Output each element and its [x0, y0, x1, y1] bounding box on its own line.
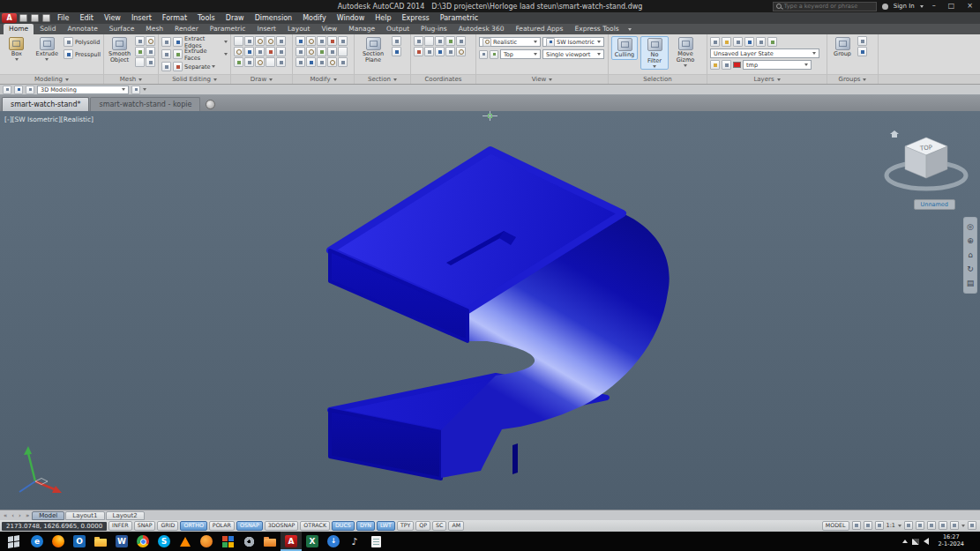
point-icon[interactable]	[266, 47, 275, 56]
generate-section-icon[interactable]	[392, 47, 401, 56]
menu-help[interactable]: Help	[370, 12, 395, 24]
separate-button[interactable]: Separate	[161, 61, 215, 72]
viewport-controls-label[interactable]: [-][SW Isometric][Realistic]	[4, 115, 94, 123]
ucs-previous-icon[interactable]	[456, 47, 466, 56]
file-tab-menu-icon[interactable]	[206, 100, 215, 109]
ucs-z-icon[interactable]	[435, 47, 445, 56]
last-layout-icon[interactable]: »	[24, 512, 31, 519]
taskbar-excel[interactable]: X	[302, 532, 323, 551]
layer-color-swatch[interactable]	[733, 62, 741, 68]
viewcube-top-label[interactable]: TOP	[919, 144, 933, 153]
no-filter-button[interactable]: No Filter	[640, 36, 669, 70]
taskbar-office[interactable]	[217, 532, 238, 551]
layer-isolate-icon[interactable]	[733, 37, 743, 47]
menu-express[interactable]: Express	[398, 12, 434, 24]
taskbar-skype[interactable]: S	[153, 532, 175, 551]
toggle-otrack[interactable]: OTRACK	[300, 521, 330, 530]
spline-icon[interactable]	[255, 47, 265, 56]
ellipse-icon[interactable]	[234, 47, 243, 56]
taskbar-internet-explorer[interactable]: e	[26, 532, 48, 551]
tab-layout2[interactable]: Layout2	[106, 511, 145, 520]
tab-output[interactable]: Output	[381, 24, 415, 34]
network-icon[interactable]	[912, 539, 919, 545]
extract-edges-button[interactable]: Extract Edges	[161, 36, 228, 48]
workspace-save-icon[interactable]	[26, 86, 34, 94]
chevron-down-icon[interactable]	[920, 5, 924, 8]
toggle-qp[interactable]: QP	[415, 521, 430, 530]
steering-wheel-icon[interactable]: ◎	[967, 223, 974, 231]
save-file-icon[interactable]	[42, 14, 50, 22]
workspace-gear-icon[interactable]	[3, 86, 11, 94]
toolbar-lock-icon[interactable]	[927, 521, 936, 530]
chevron-down-icon[interactable]	[898, 525, 901, 527]
taskbar-media-app[interactable]	[196, 532, 217, 551]
rotate-icon[interactable]	[306, 36, 316, 46]
taskbar-downloads-folder[interactable]	[259, 532, 281, 551]
close-button[interactable]: ×	[963, 0, 976, 12]
new-file-icon[interactable]	[19, 14, 27, 22]
stretch-icon[interactable]	[327, 47, 337, 56]
hardware-acceleration-icon[interactable]	[939, 521, 947, 530]
open-file-icon[interactable]	[31, 14, 39, 22]
help-search-box[interactable]	[773, 2, 877, 11]
tab-manage[interactable]: Manage	[343, 24, 380, 34]
smooth-more-icon[interactable]	[135, 36, 145, 46]
volume-icon[interactable]	[924, 538, 929, 545]
fillet-icon[interactable]	[306, 47, 316, 56]
ribbon-options-chevron-icon[interactable]	[628, 28, 632, 31]
polysolid-button[interactable]: Polysolid	[64, 36, 101, 48]
ray-icon[interactable]	[266, 57, 275, 67]
tab-insert[interactable]: Insert	[251, 24, 281, 34]
box-button[interactable]: Box	[3, 36, 31, 62]
menu-dimension[interactable]: Dimension	[251, 12, 297, 24]
toggle-lwt[interactable]: LWT	[377, 521, 395, 530]
viewport-layout-dropdown[interactable]: Single viewport	[542, 49, 604, 59]
menu-insert[interactable]: Insert	[127, 12, 156, 24]
panel-title-section[interactable]: Section	[355, 74, 410, 84]
break-icon[interactable]	[327, 57, 337, 67]
smart-watch-stand-model[interactable]	[0, 111, 980, 510]
polyline-icon[interactable]	[244, 36, 254, 46]
panel-title-draw[interactable]: Draw	[231, 74, 292, 84]
circle-icon[interactable]	[255, 36, 265, 46]
panel-title-mesh[interactable]: Mesh	[104, 74, 158, 84]
array-icon[interactable]	[338, 47, 348, 56]
menu-modify[interactable]: Modify	[298, 12, 331, 24]
remove-crease-icon[interactable]	[135, 57, 145, 67]
polygon-icon[interactable]	[276, 47, 286, 56]
current-layer-dropdown[interactable]: tmp	[743, 60, 812, 70]
visual-style-dropdown[interactable]: Realistic	[479, 37, 541, 47]
presspull-button[interactable]: Presspull	[64, 48, 101, 60]
taskbar-vlc[interactable]	[175, 532, 196, 551]
move-icon[interactable]	[295, 36, 305, 46]
taskbar-downloader[interactable]: ↓	[323, 532, 344, 551]
next-layout-icon[interactable]: ›	[17, 512, 23, 519]
panel-title-layers[interactable]: Layers	[707, 74, 827, 84]
donut-icon[interactable]	[255, 57, 265, 67]
taskbar-chrome[interactable]	[132, 532, 153, 551]
toggle-osnap[interactable]: OSNAP	[236, 521, 263, 530]
taskbar-firefox[interactable]	[48, 532, 69, 551]
taskbar-clock[interactable]: 16:27 2-1-2024	[933, 534, 969, 548]
panel-title-view[interactable]: View	[476, 74, 608, 84]
ucs-world-icon[interactable]	[414, 36, 423, 46]
menu-format[interactable]: Format	[158, 12, 191, 24]
tab-autodesk-360[interactable]: Autodesk 360	[453, 24, 510, 34]
toggle-am[interactable]: AM	[448, 521, 464, 530]
model-space-button[interactable]: MODEL	[822, 521, 849, 530]
taskbar-notepad[interactable]	[365, 532, 386, 551]
tray-expand-icon[interactable]	[902, 540, 908, 543]
culling-button[interactable]: Culling	[611, 36, 638, 60]
toggle-snap[interactable]: SNAP	[134, 521, 156, 530]
ucs-face-icon[interactable]	[445, 36, 455, 46]
extrude-faces-button[interactable]: Extrude Faces	[161, 48, 228, 60]
smooth-object-button[interactable]: Smooth Object	[107, 36, 132, 64]
app-menu-button[interactable]: A	[2, 13, 17, 23]
workspace-dropdown[interactable]: 3D Modeling	[37, 86, 129, 94]
refine-mesh-icon[interactable]	[135, 47, 145, 56]
toggle-infer[interactable]: INFER	[108, 521, 132, 530]
menu-tools[interactable]: Tools	[193, 12, 220, 24]
tab-model[interactable]: Model	[32, 511, 64, 520]
tab-mesh[interactable]: Mesh	[140, 24, 168, 34]
drawing-viewport[interactable]: [-][SW Isometric][Realistic] TOP Unnamed…	[0, 111, 980, 510]
